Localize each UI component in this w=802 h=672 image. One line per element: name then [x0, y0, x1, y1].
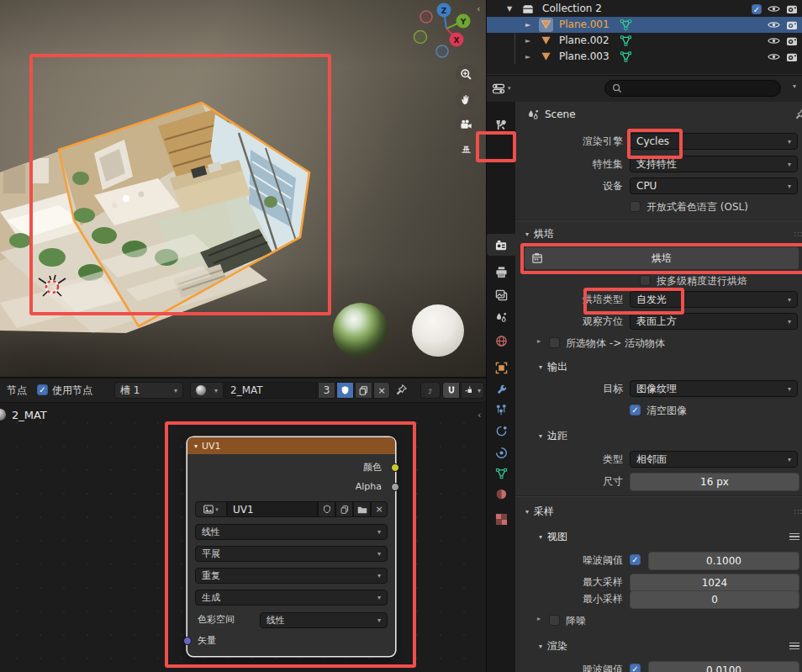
drag-handle-icon[interactable]: ∷∷ — [794, 507, 802, 516]
image-new-button[interactable] — [335, 501, 353, 517]
chevron-down-icon[interactable]: ▾ — [194, 442, 198, 450]
camera-view-button[interactable] — [456, 114, 477, 135]
tab-world[interactable] — [487, 330, 515, 352]
snap-toggle-button[interactable] — [442, 382, 460, 399]
color-output-socket[interactable] — [391, 463, 399, 472]
properties-search-field[interactable] — [604, 80, 781, 97]
pin-icon[interactable] — [794, 108, 802, 120]
snap-target-button[interactable]: ▾ — [461, 382, 484, 399]
zoom-button[interactable] — [456, 64, 477, 85]
outliner-row-collection[interactable]: ▼ Collection 2 ✓ — [487, 1, 802, 17]
axis-neg-x-ball[interactable] — [420, 11, 432, 23]
editor-type-button[interactable]: ▾ — [492, 80, 524, 97]
tab-particles[interactable] — [487, 399, 515, 421]
device-dropdown[interactable]: CPU ▾ — [630, 177, 798, 194]
sidebar-toggle-icon[interactable]: ‹ — [477, 3, 480, 14]
alpha-output-socket[interactable] — [391, 483, 399, 491]
camera-render-icon[interactable] — [786, 20, 798, 30]
disclosure-right-icon[interactable]: ► — [525, 21, 530, 29]
vector-input-socket[interactable] — [183, 637, 192, 645]
noise-threshold-slider[interactable]: 0.1000 — [648, 552, 799, 570]
margin-type-dropdown[interactable]: 相邻面 ▾ — [630, 451, 798, 468]
users-count-button[interactable]: 3 — [318, 382, 335, 399]
tab-constraints[interactable] — [487, 442, 515, 463]
noise-threshold-checkbox[interactable]: ✓ — [630, 554, 641, 565]
bake-button[interactable]: 烘培 — [524, 246, 799, 270]
node-canvas[interactable]: 2_MAT ‹ ▾ UV1 颜色 Alpha — [0, 403, 486, 672]
tab-object-data[interactable] — [487, 463, 515, 484]
extension-dropdown[interactable]: 重复 ▾ — [195, 568, 388, 584]
node-header[interactable]: ▾ UV1 — [187, 437, 395, 454]
navigation-gizmo[interactable]: Z Y X — [414, 3, 471, 58]
exclude-checkbox[interactable]: ✓ — [752, 4, 762, 14]
preset-menu-icon[interactable] — [789, 643, 799, 650]
tab-material[interactable] — [487, 483, 515, 505]
projection-dropdown[interactable]: 平展 ▾ — [195, 546, 388, 562]
sidebar-toggle-icon[interactable]: ‹ — [478, 410, 481, 421]
eye-icon[interactable] — [768, 20, 780, 29]
drag-handle-icon[interactable]: ∷∷ — [794, 230, 802, 239]
use-nodes-label[interactable]: 使用节点 — [52, 384, 92, 398]
chevron-right-icon[interactable]: ▸ — [537, 337, 541, 345]
tab-modifiers[interactable] — [487, 378, 515, 400]
image-name-field[interactable]: UV1 — [227, 501, 318, 517]
bake-panel-header[interactable]: ▾ 烘培 ∷∷ — [515, 225, 802, 243]
denoise-row[interactable]: ▸ 降噪 — [515, 613, 802, 628]
target-dropdown[interactable]: 图像纹理 ▾ — [630, 380, 798, 397]
camera-render-icon[interactable] — [786, 4, 798, 14]
sampling-panel-header[interactable]: ▾ 采样 ∷∷ — [515, 502, 802, 521]
object-name[interactable]: Plane.003 — [554, 50, 609, 62]
viewport-subpanel-header[interactable]: ▾ 视图 — [515, 527, 802, 546]
tab-view-layer[interactable] — [487, 284, 515, 306]
tab-texture[interactable] — [487, 508, 515, 530]
outliner-row-plane002[interactable]: ► Plane.002 — [487, 33, 802, 49]
pin-icon[interactable] — [395, 384, 408, 396]
viewport-3d[interactable]: Z Y X — [0, 0, 486, 377]
image-open-button[interactable] — [353, 501, 371, 517]
selected-to-active-row[interactable]: ▸ 所选物体 -> 活动物体 — [515, 336, 802, 351]
tab-scene[interactable] — [487, 306, 515, 328]
source-dropdown[interactable]: 生成 ▾ — [195, 590, 388, 606]
camera-render-icon[interactable] — [786, 36, 798, 46]
tab-physics[interactable] — [487, 420, 515, 442]
grid-toggle-button[interactable] — [456, 138, 477, 159]
object-name[interactable]: Plane.001 — [554, 19, 609, 30]
material-name-field[interactable]: 2_MAT — [224, 382, 317, 399]
fake-user-button[interactable] — [336, 382, 354, 399]
interpolation-dropdown[interactable]: 线性 ▾ — [195, 524, 388, 540]
new-material-button[interactable] — [355, 382, 372, 399]
eye-icon[interactable] — [768, 4, 780, 13]
render-engine-dropdown[interactable]: Cycles ▾ — [630, 133, 798, 150]
render-noise-threshold-checkbox[interactable]: ✓ — [630, 664, 641, 672]
outliner-row-plane003[interactable]: ► Plane.003 — [487, 49, 802, 65]
go-to-parent-button[interactable] — [420, 382, 441, 399]
output-subpanel-header[interactable]: ▾ 输出 — [515, 357, 802, 376]
material-browse-button[interactable]: ▾ — [190, 382, 224, 399]
eye-icon[interactable] — [768, 52, 780, 61]
use-nodes-checkbox[interactable]: ✓ — [37, 384, 48, 395]
bake-type-dropdown[interactable]: 自发光 ▾ — [630, 291, 798, 308]
collection-name[interactable]: Collection 2 — [537, 3, 602, 14]
axis-neg-y-ball[interactable] — [414, 31, 427, 44]
camera-render-icon[interactable] — [786, 52, 798, 62]
tab-render[interactable] — [487, 234, 515, 256]
breadcrumb-scene[interactable]: Scene — [545, 108, 576, 120]
eye-icon[interactable] — [768, 36, 780, 45]
disclosure-right-icon[interactable]: ► — [525, 53, 530, 61]
multires-checkbox[interactable] — [640, 275, 651, 286]
object-name[interactable]: Plane.002 — [554, 34, 609, 46]
render-noise-threshold-slider[interactable]: 0.0100 — [648, 661, 799, 672]
header-options-chevron-icon[interactable]: ▾ — [793, 82, 796, 90]
outliner-row-plane001[interactable]: ► Plane.001 — [487, 17, 802, 33]
preset-menu-icon[interactable] — [789, 533, 799, 541]
osl-checkbox[interactable] — [630, 201, 641, 212]
unlink-material-button[interactable]: × — [373, 382, 390, 399]
node-menu[interactable]: 节点 — [7, 384, 27, 398]
tab-object[interactable] — [487, 357, 515, 378]
tab-tool[interactable] — [487, 114, 515, 135]
denoise-checkbox[interactable] — [549, 615, 560, 626]
tab-output[interactable] — [487, 261, 515, 283]
material-slot-dropdown[interactable]: 槽 1 ▾ — [114, 382, 183, 399]
colorspace-dropdown[interactable]: 线性 ▾ — [260, 612, 388, 628]
disclosure-down-icon[interactable]: ▼ — [507, 5, 512, 13]
